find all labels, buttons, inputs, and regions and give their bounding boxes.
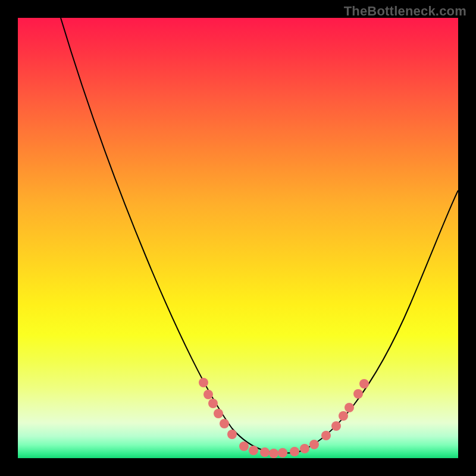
data-marker	[359, 379, 369, 389]
data-marker	[260, 447, 270, 457]
chart-svg	[18, 18, 458, 458]
chart-container: TheBottleneck.com	[0, 0, 476, 476]
data-marker	[249, 446, 258, 455]
data-marker	[199, 378, 208, 387]
watermark-text: TheBottleneck.com	[344, 4, 466, 19]
data-marker	[321, 431, 331, 440]
data-marker	[353, 389, 363, 399]
data-marker	[269, 449, 278, 458]
data-marker	[290, 447, 299, 456]
data-marker	[208, 399, 218, 408]
data-marker	[278, 448, 287, 458]
data-marker	[345, 403, 354, 412]
data-marker	[220, 419, 229, 428]
data-marker	[239, 441, 249, 451]
data-marker	[309, 440, 319, 449]
data-marker	[214, 409, 223, 418]
data-marker	[300, 444, 309, 453]
plot-area	[18, 18, 458, 458]
data-marker	[227, 430, 237, 439]
curve-line	[61, 18, 458, 453]
data-marker	[331, 421, 341, 431]
data-marker	[203, 390, 213, 399]
data-marker	[339, 411, 348, 421]
